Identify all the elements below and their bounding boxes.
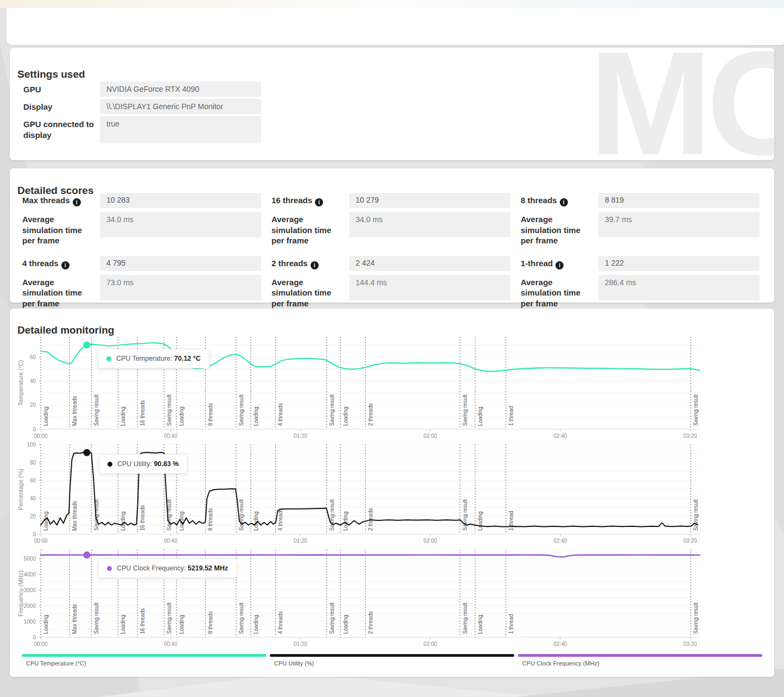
score-entry: Max threadsi 10 283 Average simulation t… <box>22 193 261 246</box>
svg-text:Loading: Loading <box>179 614 185 634</box>
svg-text:Max threads: Max threads <box>72 604 78 634</box>
svg-text:00:40: 00:40 <box>164 433 178 439</box>
tooltip-series-dot <box>107 566 112 571</box>
score-label: 1-threadi <box>521 256 598 271</box>
score-label: 8 threadsi <box>521 193 598 208</box>
svg-text:Loading: Loading <box>120 614 126 634</box>
y-axis-title: Frequency (MHz) <box>16 550 25 637</box>
legend-color-bar <box>22 654 266 657</box>
info-icon[interactable]: i <box>61 261 69 269</box>
svg-text:2 threads: 2 threads <box>368 403 374 426</box>
svg-text:4 threads: 4 threads <box>277 508 283 531</box>
svg-text:0: 0 <box>33 635 36 641</box>
svg-text:4000: 4000 <box>24 572 36 577</box>
score-value: 10 283 <box>100 193 261 208</box>
legend-item[interactable]: CPU Temperature (°C) <box>22 654 266 667</box>
monitoring-title: Detailed monitoring <box>17 324 114 336</box>
score-entry: 8 threadsi 8 819 Average simulation time… <box>521 193 760 246</box>
score-entry: 2 threadsi 2 424 Average simulation time… <box>271 256 510 309</box>
setting-label: Display <box>23 99 100 114</box>
info-icon[interactable]: i <box>560 198 568 206</box>
tooltip-value: 90.83 % <box>154 460 179 468</box>
setting-label: GPU <box>23 81 100 97</box>
svg-text:00:00: 00:00 <box>34 433 47 439</box>
svg-text:1 thread: 1 thread <box>508 614 514 634</box>
legend-item[interactable]: CPU Utility (%) <box>270 654 514 667</box>
setting-value: NVIDIA GeForce RTX 4090 <box>100 81 261 97</box>
svg-text:Saving result: Saving result <box>93 602 99 634</box>
svg-text:01:20: 01:20 <box>294 641 307 647</box>
svg-text:00:00: 00:00 <box>34 641 47 647</box>
svg-text:Saving result: Saving result <box>693 602 699 634</box>
scores-title: Detailed scores <box>17 185 93 197</box>
svg-text:8 threads: 8 threads <box>207 611 213 634</box>
svg-text:01:20: 01:20 <box>294 433 307 439</box>
svg-text:Loading: Loading <box>253 406 259 426</box>
svg-text:Saving result: Saving result <box>462 602 468 634</box>
avg-sim-time-label: Average simulation time per frame <box>271 275 349 309</box>
setting-label: GPU connected to display <box>23 116 100 143</box>
avg-sim-time-value: 34.0 ms <box>100 212 261 237</box>
svg-text:Loading: Loading <box>120 406 126 426</box>
tooltip-label: CPU Utility: 90.83 % <box>117 460 179 468</box>
svg-text:02:00: 02:00 <box>423 538 437 544</box>
chart-tooltip: CPU Clock Frequency: 5219.52 MHz <box>98 558 237 578</box>
benchmark-result-page: MC Settings used GPUNVIDIA GeForce RTX 4… <box>0 0 784 697</box>
legend-color-bar <box>518 654 762 657</box>
svg-text:Saving result: Saving result <box>329 394 335 426</box>
avg-sim-time-label: Average simulation time per frame <box>521 275 598 309</box>
score-entry: 1-threadi 1 222 Average simulation time … <box>521 256 760 309</box>
svg-text:2000: 2000 <box>24 603 36 609</box>
avg-sim-time-label: Average simulation time per frame <box>22 212 100 246</box>
info-icon[interactable]: i <box>555 261 564 269</box>
score-label: 4 threadsi <box>22 256 100 271</box>
svg-text:00:40: 00:40 <box>164 538 178 544</box>
info-icon[interactable]: i <box>311 261 319 269</box>
info-icon[interactable]: i <box>315 198 323 206</box>
svg-text:Loading: Loading <box>253 511 259 531</box>
avg-sim-time-value: 144.4 ms <box>349 275 510 300</box>
avg-sim-time-label: Average simulation time per frame <box>22 275 100 309</box>
tooltip-label: CPU Clock Frequency: 5219.52 MHz <box>117 564 228 572</box>
legend-item[interactable]: CPU Clock Frequency (MHz) <box>518 654 762 667</box>
svg-text:4 threads: 4 threads <box>277 611 283 634</box>
svg-text:40: 40 <box>30 495 36 501</box>
score-value: 10 279 <box>349 193 510 208</box>
svg-text:Max threads: Max threads <box>72 501 78 531</box>
setting-value: \\.\DISPLAY1 Generic PnP Monitor <box>100 99 261 114</box>
avg-sim-time-value: 73.0 ms <box>100 275 261 300</box>
svg-text:Saving result: Saving result <box>329 602 335 634</box>
svg-text:Loading: Loading <box>179 406 185 426</box>
score-value: 1 222 <box>598 256 760 271</box>
svg-text:20: 20 <box>30 402 36 408</box>
avg-sim-time-value: 286.4 ms <box>598 275 760 300</box>
svg-text:100: 100 <box>27 442 36 448</box>
svg-text:Saving result: Saving result <box>462 499 468 531</box>
svg-text:1 thread: 1 thread <box>508 406 514 426</box>
svg-text:0: 0 <box>33 426 36 432</box>
score-entry: 4 threadsi 4 795 Average simulation time… <box>22 256 261 309</box>
svg-text:02:40: 02:40 <box>553 641 567 647</box>
svg-text:Loading: Loading <box>43 406 49 426</box>
svg-text:Loading: Loading <box>343 406 349 426</box>
tooltip-value: 70.12 °C <box>174 355 201 362</box>
svg-text:00:00: 00:00 <box>34 538 47 544</box>
svg-text:03:20: 03:20 <box>683 641 697 647</box>
svg-text:Saving result: Saving result <box>693 394 699 426</box>
svg-text:16 threads: 16 threads <box>140 608 146 634</box>
y-axis-title: Temperature (°C) <box>16 337 25 429</box>
y-axis-title: Percentage (%) <box>16 444 25 534</box>
svg-text:Saving result: Saving result <box>166 394 172 426</box>
legend-color-bar <box>270 654 514 657</box>
setting-value: true <box>100 116 261 143</box>
info-icon[interactable]: i <box>73 198 81 206</box>
svg-text:Loading: Loading <box>343 614 349 634</box>
svg-text:Saving result: Saving result <box>93 394 99 426</box>
detailed-monitoring-card: Detailed monitoring 020406000:0000:4001:… <box>10 309 774 677</box>
svg-text:Loading: Loading <box>477 511 483 531</box>
svg-text:0: 0 <box>33 531 36 537</box>
svg-text:Saving result: Saving result <box>462 394 468 426</box>
svg-text:Max threads: Max threads <box>72 396 78 426</box>
svg-text:20: 20 <box>30 513 36 519</box>
svg-text:8 threads: 8 threads <box>207 403 213 426</box>
